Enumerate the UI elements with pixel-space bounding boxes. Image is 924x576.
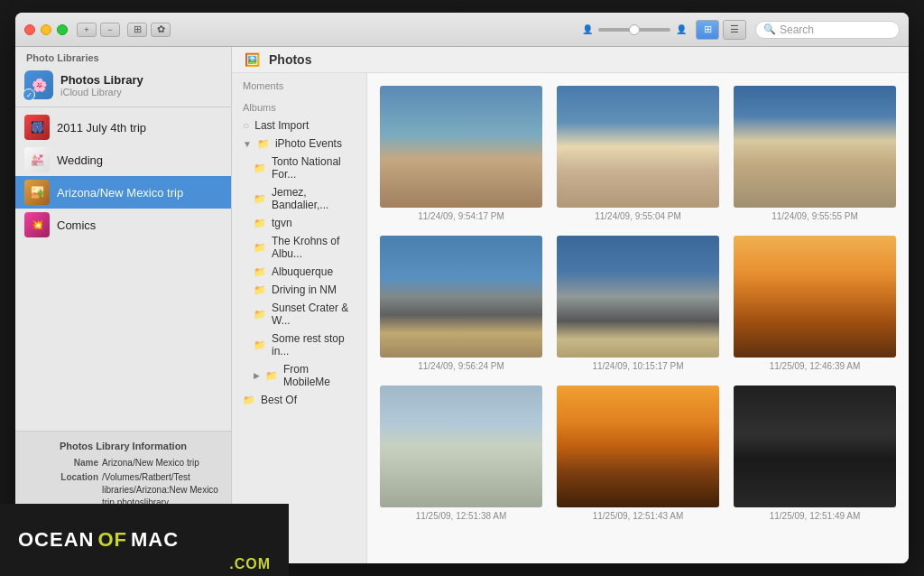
person-small-icon: 👤 — [582, 24, 593, 34]
panel-icon: 🖼️ — [245, 52, 260, 67]
add-button[interactable]: + — [77, 23, 97, 37]
album-entry-tonto-name: Tonto National For... — [272, 155, 356, 181]
album-entry-albuquerque-name: Albuquerque — [272, 265, 333, 278]
photo-cell-6[interactable]: 11/25/09, 12:51:38 AM — [380, 386, 542, 521]
photo-cell-5[interactable]: 11/25/09, 12:46:39 AM — [734, 236, 896, 371]
folder-icon-tonto: 📁 — [254, 163, 266, 174]
photo-thumb-5 — [734, 236, 896, 358]
photo-thumb-3 — [380, 236, 542, 358]
album-entry-mobileme[interactable]: ▶ 📁 From MobileMe — [232, 360, 366, 391]
album-entry-reststop-name: Some rest stop in... — [272, 332, 356, 358]
album-entry-tgvn-name: tgvn — [272, 217, 292, 229]
photo-timestamp-0: 11/24/09, 9:54:17 PM — [418, 211, 504, 221]
photo-timestamp-3: 11/24/09, 9:56:24 PM — [418, 361, 504, 371]
photo-timestamp-6: 11/25/09, 12:51:38 AM — [416, 511, 507, 521]
photo-timestamp-7: 11/25/09, 12:51:43 AM — [593, 511, 684, 521]
person-large-icon: 👤 — [676, 24, 687, 34]
folder-icon-albuquerque: 📁 — [254, 266, 266, 278]
album-entry-tgvn[interactable]: 📁 tgvn — [232, 214, 366, 232]
sidebar-item-arizona[interactable]: 🏜️ Arizona/New Mexico trip — [15, 176, 231, 209]
photo-cell-7[interactable]: 11/25/09, 12:51:43 AM — [557, 386, 719, 521]
library-item-photos[interactable]: 🌸 ✓ Photos Library iCloud Library — [15, 67, 231, 103]
watermark-of: OF — [97, 528, 127, 552]
folder-icon-tgvn: 📁 — [254, 218, 266, 229]
close-button[interactable] — [24, 24, 35, 35]
photo-thumb-4 — [557, 236, 719, 358]
album-entry-bestof[interactable]: 📁 Best Of — [232, 391, 366, 409]
watermark-ocean: OCEAN — [18, 528, 94, 552]
grid-view-button[interactable]: ⊞ — [127, 23, 147, 37]
sidebar-item-comics[interactable]: 💥 Comics — [15, 209, 231, 241]
album-entry-reststop[interactable]: 📁 Some rest stop in... — [232, 330, 366, 360]
photo-cell-4[interactable]: 11/24/09, 10:15:17 PM — [557, 236, 719, 371]
album-thumb-july4: 🎆 — [24, 115, 50, 140]
photo-cell-8[interactable]: 11/25/09, 12:51:49 AM — [734, 386, 896, 521]
photo-timestamp-2: 11/24/09, 9:55:55 PM — [772, 211, 858, 221]
titlebar: + − ⊞ ✿ 👤 👤 ⊞ ☰ 🔍 Search — [15, 13, 909, 47]
check-badge: ✓ — [23, 88, 35, 101]
album-name-wedding: Wedding — [57, 153, 103, 167]
photo-cell-1[interactable]: 11/24/09, 9:55:04 PM — [557, 86, 719, 221]
album-entry-last-import[interactable]: ○ Last Import — [232, 116, 366, 135]
zoom-slider[interactable] — [598, 28, 670, 32]
album-entry-driving[interactable]: 📁 Driving in NM — [232, 281, 366, 299]
photo-thumb-2 — [734, 86, 896, 208]
album-entry-krohns[interactable]: 📁 The Krohns of Albu... — [232, 232, 366, 263]
main-inner: Moments Albums ○ Last Import ▼ 📁 iPhoto … — [232, 73, 909, 563]
remove-button[interactable]: − — [100, 23, 120, 37]
maximize-button[interactable] — [57, 24, 68, 35]
info-title: Photos Library Information — [26, 441, 220, 451]
minimize-button[interactable] — [41, 24, 51, 35]
album-name-arizona: Arizona/New Mexico trip — [57, 186, 183, 200]
sidebar: Photo Libraries 🌸 ✓ Photos Library iClou… — [15, 47, 232, 563]
content-area: Photo Libraries 🌸 ✓ Photos Library iClou… — [15, 47, 909, 563]
photo-timestamp-4: 11/24/09, 10:15:17 PM — [592, 361, 683, 371]
photo-thumb-0 — [380, 86, 542, 208]
album-entry-iphoto-name: iPhoto Events — [275, 137, 342, 150]
photo-thumb-8 — [734, 386, 896, 507]
folder-expand-icon-mm: ▶ — [254, 371, 260, 380]
album-name-comics: Comics — [57, 218, 96, 232]
sidebar-item-wedding[interactable]: 💒 Wedding — [15, 144, 231, 176]
album-entry-name: Last Import — [254, 119, 309, 132]
photo-thumb-1 — [557, 86, 719, 208]
search-input[interactable]: Search — [780, 23, 888, 36]
photo-cell-2[interactable]: 11/24/09, 9:55:55 PM — [734, 86, 896, 221]
albums-sidebar: Moments Albums ○ Last Import ▼ 📁 iPhoto … — [232, 73, 367, 563]
library-sub: iCloud Library — [60, 87, 222, 98]
album-entry-tonto[interactable]: 📁 Tonto National For... — [232, 153, 366, 183]
photo-timestamp-8: 11/25/09, 12:51:49 AM — [770, 511, 861, 521]
library-icon: 🌸 ✓ — [24, 70, 53, 99]
search-bar[interactable]: 🔍 Search — [755, 21, 900, 39]
search-icon: 🔍 — [763, 23, 776, 35]
folder-expand-icon: ▼ — [243, 139, 252, 149]
album-entry-albuquerque[interactable]: 📁 Albuquerque — [232, 263, 366, 281]
album-entry-sunset[interactable]: 📁 Sunset Crater & W... — [232, 299, 366, 330]
sidebar-divider — [15, 107, 231, 107]
album-name-july4: 2011 July 4th trip — [57, 121, 146, 135]
album-thumb-arizona: 🏜️ — [24, 180, 50, 205]
flower-view-button[interactable]: ✿ — [151, 23, 171, 37]
albums-section-label: Albums — [232, 95, 366, 116]
album-entry-jemez-name: Jemez, Bandalier,... — [272, 186, 356, 211]
library-text: Photos Library iCloud Library — [60, 73, 222, 98]
album-entry-sunset-name: Sunset Crater & W... — [272, 302, 356, 327]
moments-label: Moments — [232, 73, 366, 95]
thumbnail-view-button[interactable]: ⊞ — [696, 20, 719, 40]
main-panel: 🖼️ Photos Moments Albums ○ Last Import ▼ — [232, 47, 909, 563]
folder-icon-iphoto: 📁 — [257, 138, 270, 150]
album-entry-iphoto[interactable]: ▼ 📁 iPhoto Events — [232, 135, 366, 153]
album-entry-jemez[interactable]: 📁 Jemez, Bandalier,... — [232, 183, 366, 214]
photo-cell-0[interactable]: 11/24/09, 9:54:17 PM — [380, 86, 542, 221]
last-import-icon: ○ — [243, 119, 249, 132]
photo-cell-3[interactable]: 11/24/09, 9:56:24 PM — [380, 236, 542, 371]
photos-grid: 11/24/09, 9:54:17 PM11/24/09, 9:55:04 PM… — [367, 73, 909, 563]
folder-icon-bestof: 📁 — [243, 395, 255, 406]
list-view-button[interactable]: ☰ — [723, 20, 746, 40]
zoom-slider-area: 👤 👤 — [582, 24, 687, 34]
nav-buttons: + − — [77, 23, 120, 37]
sidebar-item-july4[interactable]: 🎆 2011 July 4th trip — [15, 111, 231, 144]
panel-header: 🖼️ Photos — [232, 47, 909, 73]
folder-icon-mobileme: 📁 — [265, 370, 278, 382]
library-name: Photos Library — [60, 73, 222, 87]
